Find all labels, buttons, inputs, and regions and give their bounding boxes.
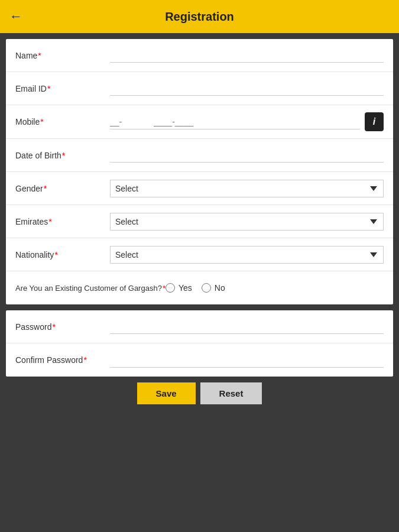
button-row: Save Reset xyxy=(0,382,399,404)
name-row: Name* xyxy=(6,39,393,72)
radio-no-label[interactable]: No xyxy=(202,283,225,293)
password-label: Password* xyxy=(15,322,110,332)
nationality-select[interactable]: Select UAE Other xyxy=(110,246,384,264)
radio-no-text: No xyxy=(215,283,225,293)
radio-yes-label[interactable]: Yes xyxy=(166,283,192,293)
mobile-label: Mobile* xyxy=(15,117,110,126)
password-required-star: * xyxy=(52,322,55,332)
mobile-code-input[interactable] xyxy=(110,115,151,129)
existing-customer-radio-group: Yes No xyxy=(166,283,384,293)
mobile-row: Mobile* i xyxy=(6,105,393,139)
radio-yes-input[interactable] xyxy=(166,283,175,293)
name-input[interactable] xyxy=(110,48,384,63)
emirates-required-star: * xyxy=(48,217,51,226)
confirm-password-row: Confirm Password* xyxy=(6,343,393,377)
dob-required-star: * xyxy=(62,151,65,160)
name-required-star: * xyxy=(38,51,41,60)
header: ← Registration xyxy=(0,0,399,33)
mobile-number-input[interactable] xyxy=(151,115,360,129)
back-arrow-icon: ← xyxy=(9,9,22,24)
email-label: Email ID* xyxy=(15,84,110,93)
password-input[interactable] xyxy=(110,319,384,334)
dob-row: Date of Birth* xyxy=(6,139,393,172)
gender-required-star: * xyxy=(44,184,47,193)
dob-input[interactable] xyxy=(110,148,384,163)
nationality-required-star: * xyxy=(54,250,57,259)
page-title: Registration xyxy=(165,10,234,24)
nationality-label: Nationality* xyxy=(15,250,110,259)
gender-label: Gender* xyxy=(15,184,110,193)
confirm-password-label: Confirm Password* xyxy=(15,355,110,365)
password-section: Password* Confirm Password* xyxy=(6,310,393,377)
dob-label: Date of Birth* xyxy=(15,151,110,160)
gender-select[interactable]: Select Male Female xyxy=(110,180,384,197)
emirates-select[interactable]: Select Dubai Abu Dhabi Sharjah xyxy=(110,213,384,231)
emirates-row: Emirates* Select Dubai Abu Dhabi Sharjah xyxy=(6,205,393,238)
save-button[interactable]: Save xyxy=(137,382,196,404)
emirates-label: Emirates* xyxy=(15,217,110,226)
mobile-input-group xyxy=(110,115,360,129)
mobile-required-star: * xyxy=(40,117,43,126)
radio-no-input[interactable] xyxy=(202,283,211,293)
radio-yes-text: Yes xyxy=(179,283,192,293)
email-required-star: * xyxy=(47,84,50,93)
existing-customer-label: Are You an Existing Customer of Gargash?… xyxy=(15,284,166,293)
email-input[interactable] xyxy=(110,81,384,96)
confirm-password-required-star: * xyxy=(83,355,86,365)
nationality-row: Nationality* Select UAE Other xyxy=(6,238,393,271)
gender-row: Gender* Select Male Female xyxy=(6,172,393,205)
existing-customer-row: Are You an Existing Customer of Gargash?… xyxy=(6,271,393,304)
info-icon[interactable]: i xyxy=(365,112,384,131)
reset-button[interactable]: Reset xyxy=(200,382,262,404)
main-form-section: Name* Email ID* Mobile* i Date of Birth* xyxy=(6,39,393,304)
password-row: Password* xyxy=(6,310,393,343)
back-button[interactable]: ← xyxy=(9,9,22,24)
name-label: Name* xyxy=(15,51,110,60)
confirm-password-input[interactable] xyxy=(110,353,384,368)
email-row: Email ID* xyxy=(6,72,393,105)
